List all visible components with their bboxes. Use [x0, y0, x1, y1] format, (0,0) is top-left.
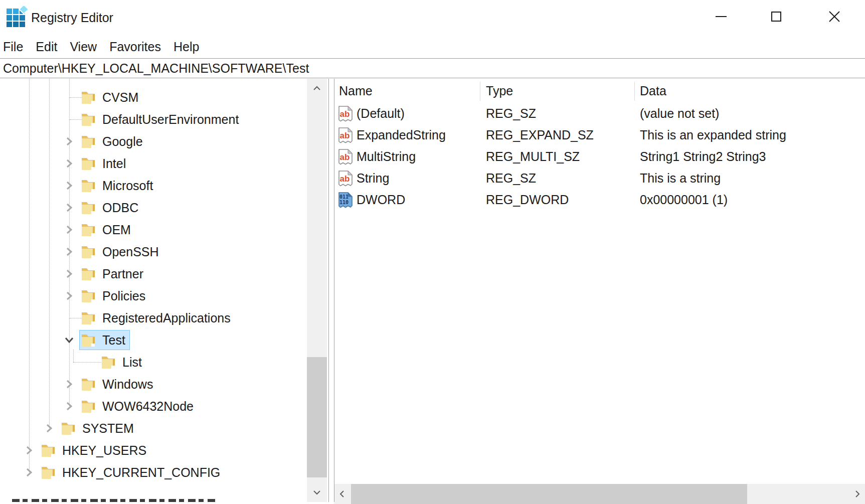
value-name: MultiString — [357, 149, 416, 164]
tree-item-hkey-current-config[interactable]: HKEY_CURRENT_CONFIG — [0, 461, 307, 483]
value-row-multistring[interactable]: MultiString REG_MULTI_SZ String1 String2… — [334, 146, 865, 167]
chevron-right-icon[interactable] — [59, 246, 79, 258]
folder-icon — [81, 310, 95, 325]
value-data: This is a string — [634, 171, 865, 186]
tree-indent — [59, 312, 79, 324]
chevron-right-icon[interactable] — [59, 378, 79, 390]
folder-icon — [81, 377, 95, 392]
chevron-right-icon[interactable] — [59, 157, 79, 170]
selected-tree-item[interactable]: Test — [79, 330, 130, 350]
value-list-pane: Name Type Data (Default) REG_SZ (value n… — [334, 79, 865, 502]
tree-item-label: CVSM — [102, 90, 138, 105]
tree-item-label: OEM — [102, 223, 131, 237]
tree-vertical-scrollbar[interactable] — [307, 79, 327, 502]
value-row-default[interactable]: (Default) REG_SZ (value not set) — [334, 103, 865, 124]
tree-item-label: OpenSSH — [102, 245, 159, 259]
scroll-right-arrow-icon[interactable] — [850, 484, 865, 504]
chevron-right-icon[interactable] — [19, 466, 39, 478]
tree-item-label: Google — [102, 134, 143, 149]
scroll-down-arrow-icon[interactable] — [307, 483, 327, 502]
column-header-type[interactable]: Type — [480, 84, 634, 98]
string-value-icon — [338, 171, 353, 187]
tree-indent — [59, 113, 79, 125]
scroll-up-arrow-icon[interactable] — [307, 79, 327, 98]
tree-item-list[interactable]: List — [0, 351, 307, 373]
close-button[interactable] — [812, 0, 857, 33]
folder-icon — [41, 465, 55, 480]
title-bar: Registry Editor — [0, 0, 865, 35]
folder-icon — [81, 90, 95, 105]
tree-item-label: HKEY_CURRENT_CONFIG — [62, 465, 220, 480]
value-type: REG_SZ — [480, 171, 634, 186]
maximize-button[interactable] — [754, 0, 799, 33]
folder-icon — [61, 421, 75, 436]
tree-item-defaultuserenvironment[interactable]: DefaultUserEnvironment — [0, 108, 307, 130]
value-name: String — [357, 171, 389, 186]
tree-item-openssh[interactable]: OpenSSH — [0, 241, 307, 263]
chevron-right-icon[interactable] — [59, 400, 79, 412]
folder-icon — [81, 178, 95, 193]
tree-item-microsoft[interactable]: Microsoft — [0, 175, 307, 197]
value-name: ExpandedString — [357, 128, 446, 142]
column-divider[interactable] — [480, 82, 480, 101]
tree-item-label: List — [122, 355, 142, 370]
chevron-right-icon[interactable] — [59, 268, 79, 280]
tree-item-oem[interactable]: OEM — [0, 219, 307, 241]
window-title: Registry Editor — [31, 0, 113, 35]
tree-item-label: ODBC — [102, 201, 138, 215]
tree-item-partner[interactable]: Partner — [0, 263, 307, 285]
value-row-string[interactable]: String REG_SZ This is a string — [334, 167, 865, 189]
menu-edit[interactable]: Edit — [36, 40, 57, 54]
string-value-icon — [338, 127, 353, 143]
value-name: (Default) — [357, 106, 405, 121]
tree-item-hkey-users[interactable]: HKEY_USERS — [0, 439, 307, 461]
minimize-button[interactable] — [699, 0, 744, 33]
registry-tree-pane: CVSM DefaultUserEnvironment Google Intel… — [0, 79, 307, 502]
column-divider[interactable] — [634, 82, 635, 101]
folder-icon — [101, 355, 115, 370]
value-type: REG_MULTI_SZ — [480, 149, 634, 164]
menu-file[interactable]: File — [3, 40, 23, 54]
address-bar-input[interactable]: Computer\HKEY_LOCAL_MACHINE\SOFTWARE\Tes… — [3, 61, 309, 76]
menu-help[interactable]: Help — [174, 40, 199, 54]
tree-item-system[interactable]: SYSTEM — [0, 417, 307, 439]
tree-scrollbar-thumb[interactable] — [307, 357, 327, 477]
tree-item-odbc[interactable]: ODBC — [0, 197, 307, 219]
column-header-name[interactable]: Name — [334, 84, 480, 98]
column-header-data[interactable]: Data — [634, 84, 865, 98]
chevron-down-icon[interactable] — [59, 334, 79, 346]
value-type: REG_EXPAND_SZ — [480, 128, 634, 142]
tree-item-label: RegisteredApplications — [102, 311, 231, 325]
pane-splitter[interactable] — [328, 79, 329, 502]
address-bar: Computer\HKEY_LOCAL_MACHINE\SOFTWARE\Tes… — [0, 59, 865, 78]
chevron-right-icon[interactable] — [59, 290, 79, 302]
menu-favorites[interactable]: Favorites — [109, 40, 161, 54]
chevron-right-icon[interactable] — [19, 444, 39, 456]
scroll-left-arrow-icon[interactable] — [334, 484, 350, 504]
menu-view[interactable]: View — [70, 40, 97, 54]
chevron-right-icon[interactable] — [59, 180, 79, 192]
list-scrollbar-thumb[interactable] — [351, 484, 747, 504]
registry-editor-icon — [6, 6, 28, 31]
tree-item-registeredapplications[interactable]: RegisteredApplications — [0, 307, 307, 329]
folder-icon — [81, 222, 95, 237]
tree-item-label: Partner — [102, 267, 143, 281]
tree-item-policies[interactable]: Policies — [0, 285, 307, 307]
tree-item-wow6432node[interactable]: WOW6432Node — [0, 395, 307, 417]
folder-icon — [81, 288, 95, 303]
chevron-right-icon[interactable] — [59, 135, 79, 147]
tree-item-windows[interactable]: Windows — [0, 373, 307, 395]
tree-item-test[interactable]: Test — [0, 329, 307, 351]
list-horizontal-scrollbar[interactable] — [334, 484, 865, 504]
chevron-right-icon[interactable] — [59, 224, 79, 236]
tree-item-label: WOW6432Node — [102, 399, 194, 414]
tree-item-label: SYSTEM — [82, 421, 134, 436]
chevron-right-icon[interactable] — [39, 422, 59, 434]
value-row-dword[interactable]: DWORD REG_DWORD 0x00000001 (1) — [334, 189, 865, 211]
tree-item-intel[interactable]: Intel — [0, 152, 307, 175]
value-row-expandedstring[interactable]: ExpandedString REG_EXPAND_SZ This is an … — [334, 124, 865, 146]
tree-item-cvsm[interactable]: CVSM — [0, 86, 307, 108]
chevron-right-icon[interactable] — [59, 202, 79, 214]
tree-item-label: Test — [102, 333, 125, 348]
tree-item-google[interactable]: Google — [0, 130, 307, 152]
